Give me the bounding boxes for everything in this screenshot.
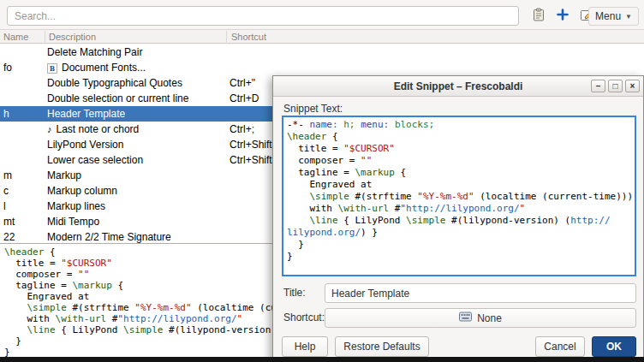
- snippet-description: ♪Last note or chord: [47, 123, 139, 135]
- shortcut-label: Shortcut:: [283, 312, 325, 323]
- snippet-text-label: Snippet Text:: [283, 103, 343, 115]
- column-header-shortcut[interactable]: Shortcut: [226, 31, 329, 44]
- paste-snippet-button[interactable]: [529, 7, 548, 26]
- plus-icon: [556, 8, 569, 25]
- snippet-description: BDocument Fonts...: [47, 62, 146, 74]
- column-header-description[interactable]: Description: [45, 31, 224, 44]
- snippet-description: Double Typographical Quotes: [47, 77, 182, 89]
- snippet-name: mt: [3, 216, 15, 228]
- shortcut-button[interactable]: None: [325, 308, 636, 328]
- snippet-name: l: [3, 200, 6, 212]
- snippet-description: Markup: [47, 169, 81, 181]
- chevron-down-icon: ▼: [625, 13, 632, 21]
- keyboard-icon: [459, 312, 472, 324]
- snippet-name: h: [3, 108, 9, 120]
- snippets-manager-window: Menu ▼ Name Description Shortcut Delete …: [0, 0, 644, 362]
- snippet-name: 22: [3, 231, 15, 243]
- snippet-name: c: [3, 185, 9, 197]
- title-label: Title:: [283, 287, 306, 299]
- help-button[interactable]: Help: [282, 336, 328, 357]
- snippet-description: Header Template: [47, 108, 125, 120]
- snippet-description: Lower case selection: [47, 154, 143, 166]
- snippet-shortcut: Ctrl+Shift: [230, 154, 272, 166]
- snippet-description: Double selection or current line: [47, 92, 188, 104]
- row-icon: ♪: [47, 124, 52, 134]
- snippet-description: Midi Tempo: [47, 216, 99, 228]
- close-button[interactable]: ×: [625, 80, 640, 92]
- snippet-description: LilyPond Version: [47, 139, 123, 151]
- table-header: Name Description Shortcut: [0, 29, 644, 44]
- maximize-button[interactable]: □: [608, 80, 623, 92]
- snippet-description: Markup column: [47, 185, 117, 197]
- minimize-button[interactable]: –: [591, 80, 605, 92]
- list-item[interactable]: Delete Matching Pair: [0, 45, 644, 60]
- title-input[interactable]: [325, 283, 636, 303]
- snippet-name: fo: [3, 62, 12, 74]
- add-snippet-button[interactable]: [553, 7, 572, 26]
- shortcut-value: None: [477, 312, 502, 324]
- snippet-description: Modern 2/2 Time Signature: [47, 231, 171, 243]
- snippet-shortcut: Ctrl+;: [230, 123, 254, 135]
- list-item[interactable]: fo BDocument Fonts...: [0, 60, 644, 75]
- cancel-button[interactable]: Cancel: [535, 336, 585, 357]
- row-icon: B: [47, 63, 57, 74]
- snippet-description: Markup lines: [47, 200, 105, 212]
- snippet-name: m: [3, 169, 12, 181]
- window-controls: – □ ×: [591, 80, 640, 92]
- clipboard-icon: [532, 8, 546, 25]
- menu-button-label: Menu: [595, 10, 621, 22]
- snippet-description: Delete Matching Pair: [47, 46, 142, 58]
- snippet-shortcut: Ctrl+": [230, 77, 255, 89]
- menu-button[interactable]: Menu ▼: [588, 7, 639, 26]
- restore-defaults-button[interactable]: Restore Defaults: [335, 336, 429, 357]
- edit-snippet-dialog: Edit Snippet – Frescobaldi – □ × Snippet…: [272, 75, 644, 362]
- bottom-panel-edge: [0, 357, 644, 362]
- dialog-titlebar[interactable]: Edit Snippet – Frescobaldi – □ ×: [273, 76, 643, 97]
- dialog-title: Edit Snippet – Frescobaldi: [394, 80, 523, 92]
- search-input[interactable]: [7, 6, 519, 26]
- snippet-text-editor[interactable]: -*- name: h; menu: blocks;\header { titl…: [282, 116, 636, 276]
- snippet-shortcut: Ctrl+Shift: [230, 139, 272, 151]
- snippet-shortcut: Ctrl+D: [230, 92, 259, 104]
- column-header-name[interactable]: Name: [3, 31, 41, 44]
- ok-button[interactable]: OK: [592, 336, 636, 357]
